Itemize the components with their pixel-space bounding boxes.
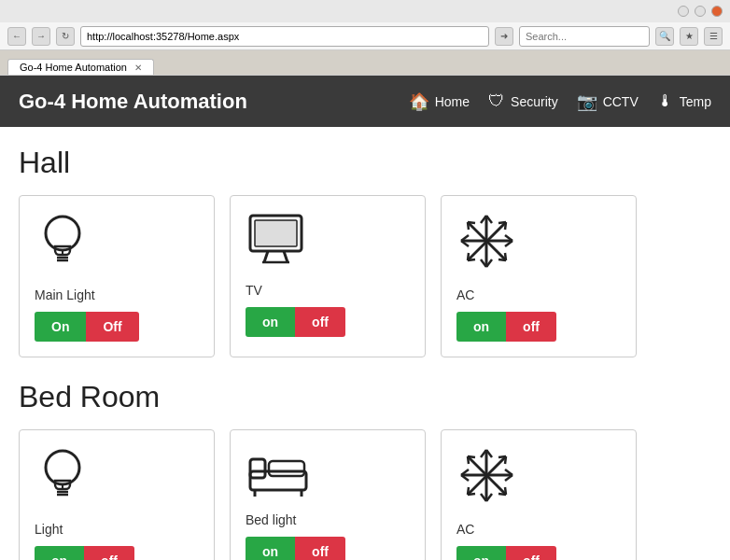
tv-icon	[246, 211, 306, 275]
svg-line-53	[505, 487, 506, 495]
svg-line-24	[505, 253, 506, 260]
svg-point-29	[46, 451, 79, 484]
svg-line-22	[468, 222, 469, 230]
nav-temp-label: Temp	[680, 94, 711, 109]
navbar: Go-4 Home Automation 🏠 Home 🛡 Security 📷…	[0, 76, 730, 127]
close-button[interactable]	[711, 6, 723, 17]
svg-line-55	[505, 456, 506, 464]
bedroom-bedlight-off[interactable]: off	[295, 537, 345, 560]
bedroom-ac-controls: on off	[456, 546, 556, 560]
hall-ac-label: AC	[456, 287, 474, 302]
bed-icon	[246, 445, 311, 505]
browser-tab[interactable]: Go-4 Home Automation ✕	[7, 59, 154, 75]
svg-rect-34	[250, 459, 265, 478]
bedroom-bedlight-on[interactable]: on	[246, 537, 295, 560]
hall-tv-label: TV	[246, 283, 262, 298]
tab-close-icon[interactable]: ✕	[134, 63, 142, 73]
hall-ac-controls: on off	[456, 312, 556, 342]
nav-temp[interactable]: 🌡 Temp	[657, 91, 711, 111]
nav-home[interactable]: 🏠 Home	[409, 91, 470, 112]
nav-links: 🏠 Home 🛡 Security 📷 CCTV 🌡 Temp	[409, 91, 711, 112]
hall-cards-row: Main Light On Off TV	[19, 195, 711, 357]
bedroom-ac-off[interactable]: off	[506, 546, 556, 560]
cctv-icon: 📷	[577, 91, 597, 112]
bulb-icon	[35, 211, 91, 280]
svg-rect-33	[250, 471, 306, 490]
bedroom-ac-label: AC	[456, 522, 474, 537]
address-bar-input[interactable]	[80, 26, 489, 47]
hall-mainlight-off[interactable]: Off	[86, 312, 138, 342]
section-hall-title: Hall	[19, 146, 711, 180]
bedroom-light-controls: on off	[35, 546, 134, 560]
nav-home-label: Home	[435, 94, 470, 109]
home-icon: 🏠	[409, 91, 429, 112]
reload-button[interactable]: ↻	[56, 27, 75, 46]
tab-label: Go-4 Home Automation	[20, 62, 127, 73]
search-input[interactable]	[519, 26, 650, 47]
bedroom-light-label: Light	[35, 522, 63, 537]
app-container: Go-4 Home Automation 🏠 Home 🛡 Security 📷…	[0, 76, 730, 560]
svg-line-6	[264, 251, 268, 262]
go-button[interactable]: ➜	[495, 27, 513, 46]
hall-ac-off[interactable]: off	[506, 312, 556, 342]
svg-line-28	[468, 253, 469, 260]
svg-rect-35	[269, 461, 304, 476]
bedroom-light-on[interactable]: on	[35, 546, 84, 560]
ac-icon	[456, 211, 517, 280]
hall-ac-card: AC on off	[441, 195, 637, 357]
hall-tv-card: TV on off	[230, 195, 426, 357]
favorites-button[interactable]: ★	[680, 27, 698, 46]
bedroom-bedlight-controls: on off	[246, 537, 345, 560]
nav-cctv[interactable]: 📷 CCTV	[577, 91, 639, 112]
bedroom-light-off[interactable]: off	[84, 546, 134, 560]
svg-line-51	[468, 456, 469, 464]
hall-mainlight-on[interactable]: On	[35, 312, 86, 342]
bedroom-ac-card: AC on off	[441, 429, 637, 560]
hall-tv-off[interactable]: off	[295, 307, 345, 337]
forward-button[interactable]: →	[32, 27, 50, 46]
hall-tv-on[interactable]: on	[246, 307, 295, 337]
settings-button[interactable]: ☰	[704, 27, 723, 46]
back-button[interactable]: ←	[7, 27, 26, 46]
svg-line-7	[284, 251, 288, 262]
nav-security-label: Security	[511, 94, 558, 109]
bedroom-bulb-icon	[35, 445, 91, 514]
svg-line-26	[505, 222, 506, 230]
hall-mainlight-label: Main Light	[35, 287, 95, 302]
bedroom-light-card: Light on off	[19, 429, 215, 560]
bedroom-ac-on[interactable]: on	[456, 546, 506, 560]
hall-tv-controls: on off	[246, 307, 345, 337]
security-icon: 🛡	[488, 91, 505, 111]
nav-cctv-label: CCTV	[603, 94, 639, 109]
hall-mainlight-controls: On Off	[35, 312, 139, 342]
minimize-button[interactable]	[678, 6, 689, 17]
svg-line-57	[468, 487, 469, 495]
maximize-button[interactable]	[695, 6, 706, 17]
temp-icon: 🌡	[657, 91, 674, 111]
search-button[interactable]: 🔍	[655, 27, 674, 46]
section-bedroom-title: Bed Room	[19, 380, 711, 414]
hall-mainlight-card: Main Light On Off	[19, 195, 215, 357]
bedroom-cards-row: Light on off	[19, 429, 711, 560]
main-content: Hall Main Light On Off	[0, 127, 730, 560]
svg-rect-5	[255, 220, 297, 246]
bedroom-bedlight-card: Bed light on off	[230, 429, 426, 560]
brand-title: Go-4 Home Automation	[19, 90, 409, 114]
nav-security[interactable]: 🛡 Security	[488, 91, 558, 111]
svg-point-0	[46, 217, 79, 250]
hall-ac-on[interactable]: on	[456, 312, 506, 342]
bedroom-ac-icon	[456, 445, 517, 514]
bedroom-bedlight-label: Bed light	[246, 512, 296, 527]
